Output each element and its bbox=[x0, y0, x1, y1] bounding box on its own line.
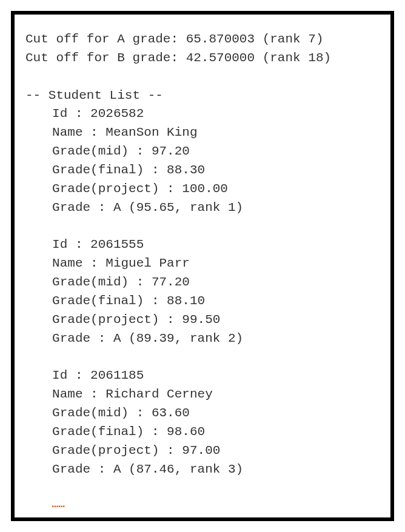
student-block: Id : 2026582 Name : MeanSon King Grade(m… bbox=[52, 105, 381, 217]
student-block: Id : 2061185 Name : Richard Cerney Grade… bbox=[52, 367, 381, 479]
blank-line bbox=[25, 479, 381, 498]
output-frame: Cut off for A grade: 65.870003 (rank 7) … bbox=[11, 11, 394, 521]
ellipsis: …… bbox=[52, 497, 381, 513]
cutoff-b-line: Cut off for B grade: 42.570000 (rank 18) bbox=[25, 49, 381, 68]
students-container: Id : 2026582 Name : MeanSon King Grade(m… bbox=[25, 105, 381, 497]
blank-line bbox=[25, 218, 381, 236]
cutoff-a-line: Cut off for A grade: 65.870003 (rank 7) bbox=[25, 30, 381, 49]
student-block: Id : 2061555 Name : Miguel Parr Grade(mi… bbox=[52, 236, 381, 348]
blank-line bbox=[25, 348, 381, 367]
student-list-header: -- Student List -- bbox=[25, 87, 381, 105]
blank-line bbox=[25, 68, 381, 87]
